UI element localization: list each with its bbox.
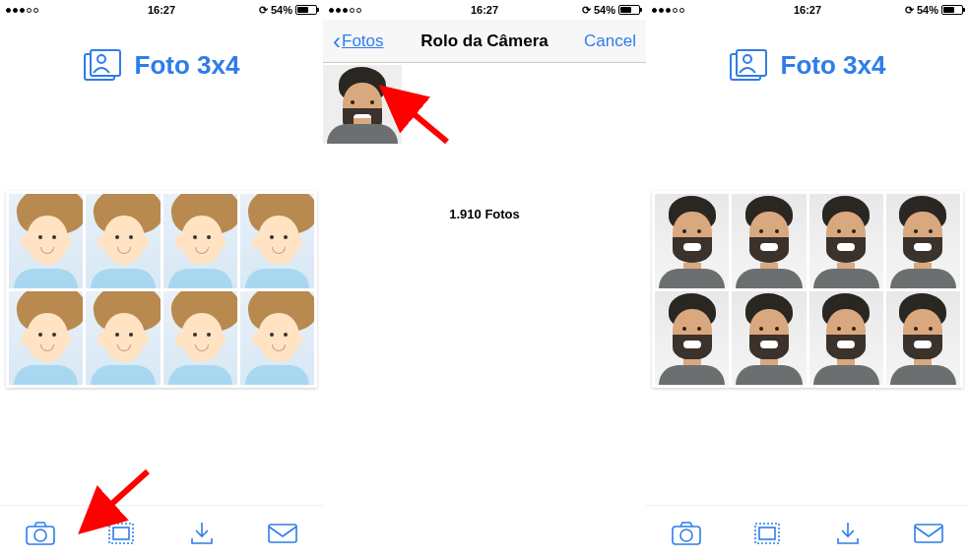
photo-thumb[interactable] bbox=[323, 65, 402, 144]
photo-grid bbox=[652, 191, 963, 388]
photo-cell[interactable] bbox=[163, 194, 237, 288]
photo-thumb-empty bbox=[404, 65, 483, 144]
picker-grid bbox=[323, 63, 646, 144]
rotation-lock-icon: ⟳ bbox=[582, 4, 591, 17]
download-button[interactable] bbox=[830, 516, 866, 551]
camera-button[interactable] bbox=[23, 516, 58, 551]
picker-title: Rolo da Câmera bbox=[420, 31, 548, 51]
bottom-toolbar bbox=[0, 505, 323, 560]
chevron-left-icon: ‹ bbox=[333, 30, 341, 53]
gallery-button[interactable] bbox=[103, 516, 139, 551]
photo-thumb-empty bbox=[565, 65, 644, 144]
svg-rect-15 bbox=[915, 525, 942, 542]
battery-pct: 54% bbox=[271, 4, 292, 16]
photo-cell[interactable] bbox=[886, 194, 960, 288]
mail-button[interactable] bbox=[911, 516, 946, 551]
app-header: Foto 3x4 bbox=[646, 20, 969, 102]
app-title: Foto 3x4 bbox=[135, 50, 240, 81]
rotation-lock-icon: ⟳ bbox=[905, 4, 914, 17]
photo-cell[interactable] bbox=[732, 291, 806, 386]
photo-cell[interactable] bbox=[240, 291, 314, 386]
battery-pct: 54% bbox=[594, 4, 615, 16]
status-bar: 16:27 ⟳ 54% bbox=[323, 0, 646, 20]
status-bar: 16:27 ⟳ 54% bbox=[646, 0, 969, 20]
svg-rect-5 bbox=[113, 528, 129, 539]
photo-grid bbox=[6, 191, 317, 388]
photo-cell[interactable] bbox=[809, 194, 883, 288]
photo-count-label: 1.910 Fotos bbox=[323, 207, 646, 221]
status-bar: 16:27 ⟳ 54% bbox=[0, 0, 323, 20]
svg-point-4 bbox=[34, 529, 46, 541]
app-header: Foto 3x4 bbox=[0, 20, 323, 102]
photo-cell[interactable] bbox=[886, 291, 960, 386]
photo-stack-icon bbox=[730, 47, 773, 83]
status-time: 16:27 bbox=[148, 4, 175, 16]
photo-cell[interactable] bbox=[86, 194, 160, 288]
battery-icon bbox=[295, 5, 317, 15]
battery-icon bbox=[941, 5, 963, 15]
mail-button[interactable] bbox=[265, 516, 300, 551]
gallery-button[interactable] bbox=[749, 516, 785, 551]
photo-cell[interactable] bbox=[809, 291, 883, 386]
bottom-toolbar bbox=[646, 505, 969, 560]
svg-point-13 bbox=[680, 529, 692, 541]
back-button[interactable]: ‹ Fotos bbox=[333, 30, 384, 53]
status-time: 16:27 bbox=[794, 4, 821, 16]
photo-cell[interactable] bbox=[240, 194, 314, 288]
photo-cell[interactable] bbox=[9, 194, 83, 288]
rotation-lock-icon: ⟳ bbox=[259, 4, 268, 17]
phone-left: 16:27 ⟳ 54% Foto 3x4 bbox=[0, 0, 323, 560]
photo-cell[interactable] bbox=[732, 194, 806, 288]
battery-icon bbox=[618, 5, 640, 15]
back-label: Fotos bbox=[342, 31, 384, 51]
cancel-button[interactable]: Cancel bbox=[584, 31, 636, 51]
download-button[interactable] bbox=[184, 516, 220, 551]
photo-stack-icon bbox=[84, 47, 127, 83]
photo-cell[interactable] bbox=[655, 291, 729, 386]
status-time: 16:27 bbox=[471, 4, 498, 16]
camera-button[interactable] bbox=[669, 516, 704, 551]
battery-pct: 54% bbox=[917, 4, 938, 16]
app-title: Foto 3x4 bbox=[781, 50, 886, 81]
photo-cell[interactable] bbox=[655, 194, 729, 288]
phone-middle: 16:27 ⟳ 54% ‹ Fotos Rolo da Câmera Cance… bbox=[323, 0, 646, 560]
photo-cell[interactable] bbox=[86, 291, 160, 386]
photo-thumb-empty bbox=[484, 65, 563, 144]
svg-rect-6 bbox=[269, 525, 296, 542]
svg-rect-14 bbox=[759, 528, 775, 539]
picker-nav-bar: ‹ Fotos Rolo da Câmera Cancel bbox=[323, 20, 646, 63]
photo-cell[interactable] bbox=[163, 291, 237, 386]
phone-right: 16:27 ⟳ 54% Foto 3x4 bbox=[646, 0, 969, 560]
photo-cell[interactable] bbox=[9, 291, 83, 386]
